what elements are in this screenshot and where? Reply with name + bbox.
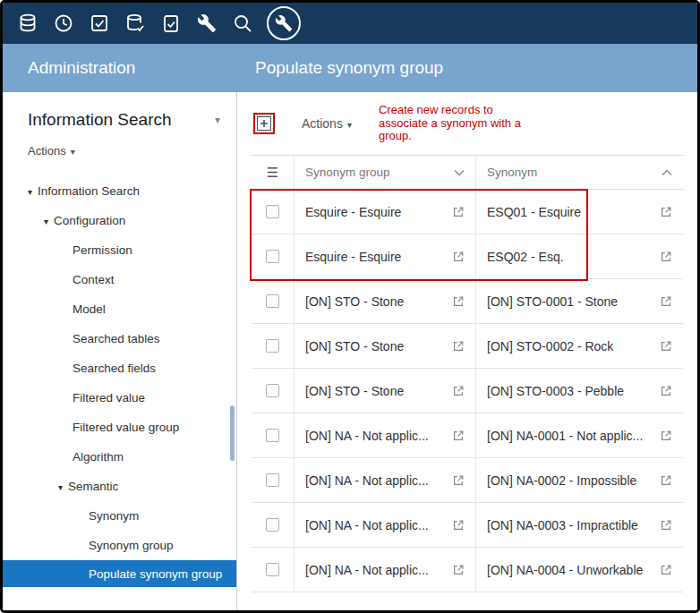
table-row[interactable]: [ON] NA - Not applic... [ON] NA-0001 - N… (252, 413, 683, 458)
navigation-tree: Information Search Configuration Permiss… (3, 176, 236, 587)
tree-item-permission[interactable]: Permission (3, 235, 236, 265)
menu-icon[interactable] (267, 165, 278, 181)
checkbox-icon[interactable] (81, 13, 117, 34)
table-row[interactable]: [ON] NA - Not applic... [ON] NA-0002 - I… (252, 458, 683, 503)
module-title: Administration (3, 58, 237, 78)
tree-item-synonym-group[interactable]: Synonym group (3, 531, 236, 560)
external-link-icon[interactable] (452, 251, 465, 263)
synonym-group-cell: Esquire - Esquire (305, 250, 401, 264)
external-link-icon[interactable] (452, 206, 465, 218)
external-link-icon[interactable] (452, 519, 465, 532)
table-row[interactable]: [ON] STO - Stone [ON] STO-0003 - Pebble (252, 369, 683, 413)
synonym-cell: [ON] STO-0003 - Pebble (487, 384, 624, 398)
tree-item-searched-tables[interactable]: Searched tables (3, 324, 236, 353)
column-label: Synonym group (305, 166, 390, 179)
new-record-button[interactable] (253, 113, 275, 134)
synonym-cell: ESQ02 - Esq. (487, 250, 564, 264)
column-header-synonym-group[interactable]: Synonym group (294, 156, 475, 189)
external-link-icon[interactable] (660, 340, 672, 353)
records-table: Synonym group Synonym Esquire - Esquire … (252, 155, 683, 592)
row-checkbox[interactable] (266, 250, 279, 263)
annotation-text: Create new records to associate a synony… (379, 104, 533, 144)
external-link-icon[interactable] (660, 474, 672, 487)
row-checkbox[interactable] (266, 563, 279, 576)
table-header: Synonym group Synonym (252, 156, 683, 190)
table-row[interactable]: [ON] NA - Not applic... [ON] NA-0003 - I… (252, 503, 683, 548)
synonym-cell: [ON] NA-0004 - Unworkable (487, 563, 643, 577)
row-checkbox[interactable] (266, 205, 279, 218)
plus-icon (257, 116, 271, 131)
table-row[interactable]: [ON] STO - Stone [ON] STO-0001 - Stone (252, 279, 683, 324)
synonym-group-cell: [ON] NA - Not applic... (305, 563, 429, 577)
external-link-icon[interactable] (452, 474, 465, 487)
sort-chevron-down-icon[interactable] (454, 169, 465, 176)
sidebar: Information Search ▾ Actions Information… (3, 92, 237, 610)
clipboard-check-icon[interactable] (153, 13, 189, 34)
tree-item-context[interactable]: Context (3, 265, 236, 294)
external-link-icon[interactable] (452, 430, 465, 442)
active-wrench-icon[interactable] (267, 6, 301, 40)
search-icon[interactable] (225, 13, 260, 34)
sidebar-scrollbar[interactable] (230, 405, 235, 461)
table-row[interactable]: Esquire - Esquire ESQ01 - Esquire (252, 190, 683, 234)
synonym-group-cell: [ON] STO - Stone (305, 384, 404, 398)
app-window: Administration Populate synonym group In… (0, 0, 700, 613)
tree-item-configuration[interactable]: Configuration (3, 206, 236, 235)
column-label: Synonym (487, 166, 537, 179)
tree-item-model[interactable]: Model (3, 294, 236, 324)
synonym-cell: ESQ01 - Esquire (487, 205, 581, 219)
table-row[interactable]: Esquire - Esquire ESQ02 - Esq. (252, 234, 683, 279)
sort-chevron-up-icon[interactable] (662, 169, 672, 176)
database-check-icon[interactable] (117, 13, 153, 34)
tree-item-searched-fields[interactable]: Searched fields (3, 353, 236, 383)
external-link-icon[interactable] (660, 519, 672, 532)
tree-item-populate-synonym-group[interactable]: Populate synonym group (3, 560, 236, 587)
synonym-cell: [ON] STO-0001 - Stone (487, 294, 618, 309)
row-checkbox[interactable] (266, 429, 279, 442)
external-link-icon[interactable] (660, 564, 672, 576)
external-link-icon[interactable] (452, 564, 465, 576)
tree-item-semantic[interactable]: Semantic (3, 472, 236, 501)
expand-caret-icon[interactable] (44, 214, 54, 227)
synonym-cell: [ON] NA-0003 - Impractible (487, 518, 638, 532)
sidebar-title: Information Search (28, 110, 172, 130)
table-row[interactable]: [ON] STO - Stone [ON] STO-0002 - Rock (252, 324, 683, 369)
sidebar-actions-menu[interactable]: Actions (28, 144, 75, 158)
synonym-group-cell: [ON] NA - Not applic... (305, 429, 429, 443)
external-link-icon[interactable] (660, 206, 672, 218)
chevron-down-icon[interactable]: ▾ (215, 114, 220, 126)
column-header-synonym[interactable]: Synonym (475, 156, 683, 189)
synonym-group-cell: [ON] STO - Stone (305, 339, 404, 353)
tree-item-filtered-value-group[interactable]: Filtered value group (3, 413, 236, 442)
external-link-icon[interactable] (660, 251, 672, 263)
list-toolbar: Actions Create new records to associate … (237, 92, 697, 155)
row-checkbox[interactable] (266, 339, 279, 353)
caret-down-icon (71, 144, 75, 158)
tree-item-filtered-value[interactable]: Filtered value (3, 383, 236, 413)
top-navigation-bar (3, 3, 697, 44)
expand-caret-icon[interactable] (28, 184, 38, 198)
tree-item-algorithm[interactable]: Algorithm (3, 442, 236, 472)
tree-item-synonym[interactable]: Synonym (3, 501, 236, 531)
expand-caret-icon[interactable] (58, 480, 68, 493)
row-checkbox[interactable] (266, 473, 279, 487)
database-icon[interactable] (10, 13, 46, 34)
synonym-cell: [ON] NA-0001 - Not applic... (487, 429, 643, 443)
row-checkbox[interactable] (266, 294, 279, 308)
row-checkbox[interactable] (266, 518, 279, 532)
synonym-group-cell: [ON] STO - Stone (305, 294, 404, 309)
external-link-icon[interactable] (660, 295, 672, 308)
external-link-icon[interactable] (452, 340, 465, 353)
wrench-icon[interactable] (189, 13, 225, 33)
external-link-icon[interactable] (452, 295, 465, 308)
synonym-cell: [ON] NA-0002 - Impossible (487, 473, 636, 488)
clock-icon[interactable] (46, 13, 81, 34)
external-link-icon[interactable] (660, 430, 672, 442)
active-tool-slot (260, 6, 307, 40)
tree-item-information-search[interactable]: Information Search (3, 176, 236, 206)
external-link-icon[interactable] (660, 385, 672, 397)
actions-menu[interactable]: Actions (302, 116, 352, 131)
row-checkbox[interactable] (266, 384, 279, 397)
external-link-icon[interactable] (452, 385, 465, 397)
table-row[interactable]: [ON] NA - Not applic... [ON] NA-0004 - U… (252, 548, 683, 592)
